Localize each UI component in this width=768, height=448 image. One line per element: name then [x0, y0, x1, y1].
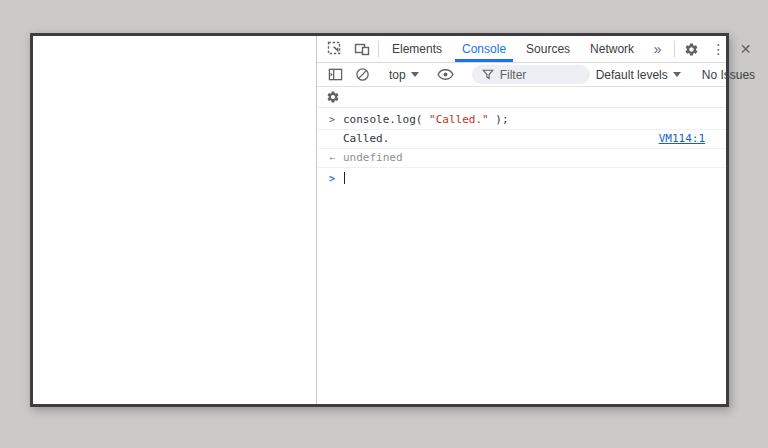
return-value-arrow-icon: ←	[329, 151, 343, 164]
devtools-tabs-bar: Elements Console Sources Network » ⋮ ✕	[317, 36, 726, 63]
console-toolbar: top	[317, 63, 726, 87]
command-code: console.log( "Called." );	[343, 113, 509, 126]
log-levels-dropdown[interactable]: Default levels	[590, 68, 687, 82]
toolbar-separator	[378, 41, 379, 57]
console-command-row[interactable]: > console.log( "Called." );	[317, 111, 726, 130]
tab-network[interactable]: Network	[580, 36, 644, 62]
log-levels-label: Default levels	[596, 68, 668, 82]
devtools-panel: Elements Console Sources Network » ⋮ ✕	[317, 36, 726, 404]
gear-icon	[326, 90, 340, 104]
tab-elements[interactable]: Elements	[382, 36, 452, 62]
return-value: undefined	[343, 151, 403, 164]
issues-counter[interactable]: No Issues	[694, 68, 757, 82]
sidebar-panel-icon	[328, 67, 343, 82]
filter-input[interactable]	[500, 68, 580, 82]
console-settings-button[interactable]	[326, 90, 340, 104]
close-devtools-icon[interactable]: ✕	[732, 36, 759, 62]
device-toolbar-icon	[354, 41, 370, 57]
console-return-row[interactable]: ← undefined	[317, 149, 726, 168]
more-tabs-icon[interactable]: »	[644, 36, 671, 62]
prompt-chevron-icon: >	[329, 172, 343, 185]
console-messages[interactable]: > console.log( "Called." ); Called. VM11…	[317, 108, 726, 404]
inspect-element-button[interactable]	[321, 36, 348, 62]
source-location-link[interactable]: VM114:1	[659, 132, 705, 145]
eye-icon	[437, 67, 454, 82]
context-label: top	[389, 68, 406, 82]
console-settings-row	[317, 87, 726, 108]
tab-console[interactable]: Console	[452, 36, 516, 62]
command-chevron-icon: >	[329, 113, 343, 126]
clear-console-button[interactable]	[349, 67, 376, 82]
command-code-before: console.log(	[343, 113, 429, 126]
page-viewport[interactable]	[33, 36, 317, 404]
filter-funnel-icon	[482, 69, 494, 81]
execution-context-selector[interactable]: top	[383, 68, 425, 82]
clear-console-icon	[355, 67, 370, 82]
devtools-settings-button[interactable]	[678, 36, 705, 62]
browser-window: Elements Console Sources Network » ⋮ ✕	[30, 33, 729, 407]
command-code-string: "Called."	[429, 113, 489, 126]
console-sidebar-button[interactable]	[322, 67, 349, 82]
console-prompt-row[interactable]: >	[317, 168, 726, 188]
command-code-after: );	[489, 113, 509, 126]
gear-icon	[684, 42, 699, 57]
text-cursor	[344, 172, 345, 184]
live-expression-button[interactable]	[432, 67, 459, 82]
log-text: Called.	[343, 132, 389, 145]
more-options-icon[interactable]: ⋮	[705, 36, 732, 62]
tab-sources[interactable]: Sources	[516, 36, 580, 62]
device-toolbar-button[interactable]	[348, 36, 375, 62]
chevron-down-icon	[673, 72, 681, 77]
toolbar-separator	[674, 41, 675, 57]
inspect-cursor-icon	[327, 41, 343, 57]
console-log-row[interactable]: Called. VM114:1	[317, 130, 726, 149]
console-filter[interactable]	[472, 65, 590, 84]
chevron-down-icon	[411, 72, 419, 77]
